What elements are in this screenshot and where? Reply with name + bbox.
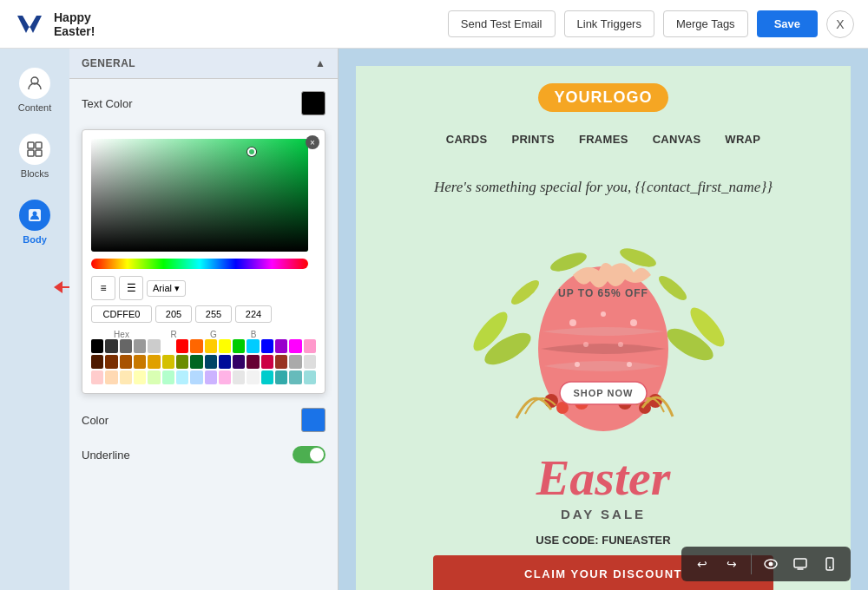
merge-tags-button[interactable]: Merge Tags <box>663 10 748 37</box>
color-swatch-ffcc00[interactable] <box>205 339 217 353</box>
font-dropdown[interactable]: Arial ▾ <box>147 280 186 297</box>
send-test-email-button[interactable]: Send Test Email <box>448 10 556 37</box>
color-swatch-d4c000[interactable] <box>162 355 174 369</box>
color-swatch-cc0044[interactable] <box>261 355 273 369</box>
desktop-view-button[interactable] <box>788 552 812 576</box>
color-swatch-660033[interactable] <box>247 355 259 369</box>
color-swatch-6b8c00[interactable] <box>176 355 188 369</box>
color-swatch-ffff00[interactable] <box>219 339 231 353</box>
color-swatch-f2f2f2[interactable] <box>247 370 259 384</box>
align-left-button[interactable]: ≡ <box>91 276 115 300</box>
color-swatch-e0a000[interactable] <box>148 355 160 369</box>
color-swatch-cccccc[interactable] <box>148 339 160 353</box>
color-swatch-33aaaa[interactable] <box>275 370 287 384</box>
text-color-swatch[interactable] <box>301 91 326 115</box>
mobile-view-button[interactable] <box>818 552 842 576</box>
svg-text:SHOP NOW: SHOP NOW <box>574 388 634 398</box>
underline-toggle[interactable] <box>293 446 326 463</box>
nav-frames[interactable]: FRAMES <box>579 133 628 146</box>
use-code-text: USE CODE: FUNEASTER <box>536 534 670 547</box>
color-swatch-ff6600[interactable] <box>190 339 202 353</box>
redo-button[interactable]: ↪ <box>720 552 744 576</box>
nav-cards[interactable]: CARDS <box>446 133 488 146</box>
save-button[interactable]: Save <box>757 10 818 37</box>
color-swatch-00ccff[interactable] <box>247 339 259 353</box>
color-picker-popup: × ≡ ☰ Arial ▾ <box>82 129 326 394</box>
color-swatch-ffb3e6[interactable] <box>219 370 231 384</box>
color-swatch-330066[interactable] <box>233 355 245 369</box>
color-swatch-4d1a00[interactable] <box>91 355 103 369</box>
svg-text:UP TO 65% OFF: UP TO 65% OFF <box>558 287 648 299</box>
color-swatch-0000ff[interactable] <box>261 339 273 353</box>
color-row: Color <box>82 408 326 432</box>
text-color-row: Text Color <box>82 91 326 115</box>
swatches-grid <box>91 339 316 384</box>
easter-svg: SHOP NOW UP TO 65% OFF <box>438 210 768 462</box>
color-gradient[interactable] <box>91 139 308 252</box>
main-layout: Content Blocks <box>0 49 868 590</box>
color-swatch-b3f0ff[interactable] <box>176 370 188 384</box>
color-swatch-ffd9b3[interactable] <box>105 370 117 384</box>
color-swatch[interactable] <box>301 408 326 432</box>
color-swatch-ffe8b3[interactable] <box>120 370 132 384</box>
color-swatch-e6e6e6[interactable] <box>233 370 245 384</box>
toolbar-divider <box>751 554 752 574</box>
svg-point-17 <box>569 319 576 326</box>
color-swatch-666666[interactable] <box>120 339 132 353</box>
color-swatch-ff99cc[interactable] <box>304 339 316 353</box>
color-swatch-00cc00[interactable] <box>233 339 245 353</box>
color-swatch-333333[interactable] <box>105 339 117 353</box>
sidebar-item-blocks[interactable]: Blocks <box>5 125 64 187</box>
color-swatch-ffffff[interactable] <box>162 339 174 353</box>
link-triggers-button[interactable]: Link Triggers <box>564 10 654 37</box>
color-swatch-000000[interactable] <box>91 339 103 353</box>
color-swatch-dddddd[interactable] <box>304 355 316 369</box>
align-center-button[interactable]: ☰ <box>119 276 143 300</box>
color-swatch-66bbbb[interactable] <box>289 370 301 384</box>
panel-body: Text Color × ≡ ☰ Arial <box>69 79 338 475</box>
color-swatch-c87800[interactable] <box>134 355 146 369</box>
color-swatch-b3d9ff[interactable] <box>190 370 202 384</box>
color-swatch-d9ffb3[interactable] <box>148 370 160 384</box>
color-picker-close[interactable]: × <box>306 135 319 149</box>
nav-canvas[interactable]: CANVAS <box>653 133 701 146</box>
color-swatch-99dddd[interactable] <box>304 370 316 384</box>
easter-illustration: SHOP NOW UP TO 65% OFF <box>438 210 768 462</box>
color-swatch-993322[interactable] <box>275 355 287 369</box>
panel-title: GENERAL <box>82 57 135 69</box>
canvas-area[interactable]: YOURLOGO CARDS PRINTS FRAMES CANVAS WRAP… <box>339 49 868 590</box>
sidebar-body-label: Body <box>23 234 47 245</box>
hue-bar[interactable] <box>91 259 308 269</box>
r-input[interactable] <box>155 305 192 323</box>
color-swatch-7a2e00[interactable] <box>105 355 117 369</box>
panel-header: GENERAL ▲ <box>69 49 338 79</box>
color-swatch-b3ffcc[interactable] <box>162 370 174 384</box>
sidebar-item-content[interactable]: Content <box>5 59 64 121</box>
color-inputs <box>91 305 316 323</box>
color-swatch-000d99[interactable] <box>219 355 231 369</box>
color-swatch-9900cc[interactable] <box>275 339 287 353</box>
nav-wrap[interactable]: WRAP <box>725 133 760 146</box>
color-swatch-aaaaaa[interactable] <box>289 355 301 369</box>
undo-button[interactable]: ↩ <box>690 552 714 576</box>
color-swatch-004466[interactable] <box>205 355 217 369</box>
sidebar-blocks-label: Blocks <box>21 168 49 179</box>
hex-input[interactable] <box>91 305 152 323</box>
b-input[interactable] <box>235 305 272 323</box>
nav-prints[interactable]: PRINTS <box>511 133 554 146</box>
close-button[interactable]: X <box>826 10 854 38</box>
color-swatch-ff0000[interactable] <box>176 339 188 353</box>
color-swatch-a85200[interactable] <box>120 355 132 369</box>
preview-button[interactable] <box>759 552 783 576</box>
b-label: B <box>235 330 272 339</box>
color-swatch-006622[interactable] <box>190 355 202 369</box>
color-swatch-ccb3ff[interactable] <box>205 370 217 384</box>
color-swatch-ffffb3[interactable] <box>134 370 146 384</box>
panel-collapse-button[interactable]: ▲ <box>315 57 326 69</box>
color-swatch-00cccc[interactable] <box>261 370 273 384</box>
color-swatch-ff00ff[interactable] <box>289 339 301 353</box>
color-swatch-ffcccc[interactable] <box>91 370 103 384</box>
g-input[interactable] <box>195 305 232 323</box>
sidebar-item-body[interactable]: Body <box>5 191 64 253</box>
color-swatch-999999[interactable] <box>134 339 146 353</box>
